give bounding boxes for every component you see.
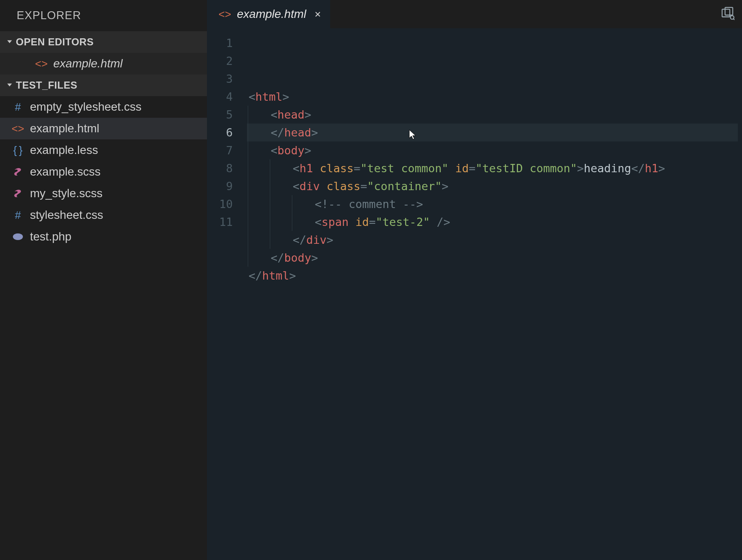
code-line[interactable]: <body>: [247, 141, 742, 159]
file-name: example.less: [30, 144, 98, 157]
file-name: example.html: [30, 122, 100, 135]
code-line[interactable]: </div>: [247, 231, 742, 249]
folder-name: TEST_FILES: [16, 79, 77, 91]
line-number: 11: [207, 213, 233, 231]
html-icon: <>: [12, 122, 24, 135]
file-item[interactable]: #stylesheet.css: [0, 204, 207, 226]
code-line[interactable]: <div class="container">: [247, 177, 742, 195]
code-line[interactable]: </html>: [247, 267, 742, 285]
open-editors-label: OPEN EDITORS: [16, 36, 94, 48]
close-icon[interactable]: ×: [312, 8, 321, 21]
code-line[interactable]: <html>: [247, 88, 742, 106]
text-editor[interactable]: 1234567891011 <html><head></head><body><…: [207, 28, 742, 560]
file-name: my_style.scss: [30, 187, 102, 200]
editor-actions: [720, 0, 735, 28]
code-line[interactable]: </body>: [247, 249, 742, 267]
code-line[interactable]: </head>: [247, 124, 742, 141]
html-icon: <>: [219, 8, 231, 21]
tab-example-html[interactable]: <> example.html ×: [207, 0, 330, 28]
code-line[interactable]: <h1 class="test common" id="testID commo…: [247, 159, 742, 177]
line-number: 3: [207, 70, 233, 88]
file-item[interactable]: <>example.html: [0, 118, 207, 139]
css-icon: #: [12, 101, 24, 114]
file-item[interactable]: example.scss: [0, 161, 207, 183]
line-number: 1: [207, 34, 233, 52]
css-icon: #: [12, 209, 24, 222]
chevron-down-icon: [6, 82, 13, 89]
line-number: 9: [207, 177, 233, 195]
line-number-gutter: 1234567891011: [207, 34, 247, 560]
file-name: empty_stylesheet.css: [30, 100, 142, 114]
open-editor-filename: example.html: [53, 57, 123, 70]
sass-icon: [12, 167, 24, 177]
file-name: example.scss: [30, 165, 101, 178]
tab-filename: example.html: [237, 7, 306, 21]
file-name: stylesheet.css: [30, 208, 103, 222]
less-icon: { }: [12, 144, 24, 157]
code-line[interactable]: <span id="test-2" />: [247, 213, 742, 231]
editor-area: <> example.html × 1234567891011 <html><h…: [207, 0, 742, 560]
line-number: 8: [207, 159, 233, 177]
folder-header[interactable]: TEST_FILES: [0, 74, 207, 96]
svg-rect-2: [725, 7, 732, 15]
open-changes-icon[interactable]: [720, 6, 735, 22]
svg-point-0: [13, 233, 23, 240]
file-item[interactable]: test.php: [0, 226, 207, 248]
line-number: 10: [207, 195, 233, 213]
php-icon: [12, 233, 24, 240]
line-number: 4: [207, 88, 233, 106]
open-editor-item[interactable]: <> example.html: [0, 53, 207, 74]
code-content[interactable]: <html><head></head><body><h1 class="test…: [247, 34, 742, 560]
line-number: 5: [207, 106, 233, 124]
svg-line-4: [733, 19, 735, 20]
chevron-down-icon: [6, 38, 13, 46]
line-number: 2: [207, 52, 233, 70]
html-icon: <>: [35, 57, 47, 70]
code-line[interactable]: <!-- comment -->: [247, 195, 742, 213]
file-name: test.php: [30, 230, 72, 243]
code-line[interactable]: <head>: [247, 106, 742, 124]
line-number: 6: [207, 124, 233, 141]
line-number: 7: [207, 141, 233, 159]
file-item[interactable]: my_style.scss: [0, 183, 207, 204]
explorer-title: EXPLORER: [0, 0, 207, 31]
tab-bar: <> example.html ×: [207, 0, 742, 28]
svg-rect-1: [722, 9, 730, 17]
file-item[interactable]: { }example.less: [0, 139, 207, 161]
file-item[interactable]: #empty_stylesheet.css: [0, 96, 207, 118]
explorer-sidebar: EXPLORER OPEN EDITORS <> example.html TE…: [0, 0, 207, 560]
sass-icon: [12, 188, 24, 198]
open-editors-header[interactable]: OPEN EDITORS: [0, 31, 207, 53]
